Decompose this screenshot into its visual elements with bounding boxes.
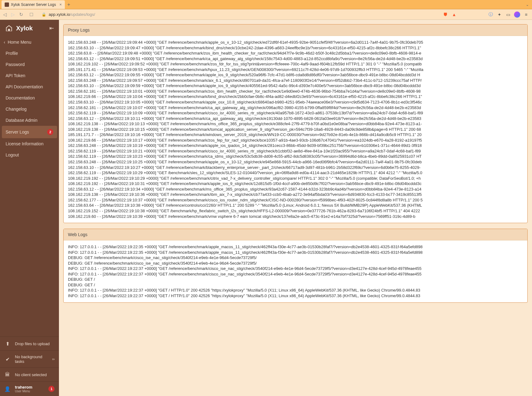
collapse-sidebar-icon[interactable]: ⇤ — [49, 25, 54, 32]
log-line: 162.158.63.8 - - [26/Mar/2022:19:09:48 +… — [68, 51, 523, 56]
logo-icon — [5, 24, 13, 32]
close-icon[interactable]: × — [59, 2, 62, 7]
sidebar-item-label: Logout — [6, 152, 19, 157]
sidebar-item-home[interactable]: ‹ Home Menu — [0, 37, 59, 48]
sidebar-item-label: Home Menu — [8, 40, 31, 45]
sidebar-item-label: API Documentation — [6, 84, 43, 89]
bookmark-icon[interactable]: ☐ — [29, 12, 34, 17]
client-selected-item[interactable]: 🏛 No client selected — [0, 367, 59, 381]
background-tasks-item[interactable]: ✔ No background tasks ›› — [0, 350, 59, 367]
log-line: 185.191.171.41 - - [26/Mar/2022:19:09:53… — [68, 67, 523, 73]
log-line: 162.158.62.119 - - [26/Mar/2022:19:10:23… — [68, 154, 523, 159]
browser-tab[interactable]: Xylok Scanner Server Logs × — [2, 0, 65, 9]
log-line: 162.158.63.12 - - [26/Mar/2022:19:10:34 … — [68, 187, 523, 192]
web-logs-panel: Web Logs INFO: 127.0.0.1 - - [26/Mar/202… — [63, 229, 528, 302]
tab-dropdown-icon[interactable]: ⌄ — [526, 2, 529, 7]
sidebar-item-documentation[interactable]: Documentation — [0, 92, 59, 103]
sidebar-header: Xylok ⇤ — [0, 20, 59, 37]
log-line: DEBUG: GET /reference/benchmark/cisco_is… — [68, 255, 523, 261]
log-line: 162.158.63.10 - - [26/Mar/2022:19:10:27 … — [68, 165, 523, 170]
avatar-icon[interactable] — [514, 11, 520, 18]
proxy-logs-body[interactable]: 162.158.63.248 - - [26/Mar/2022:19:09:44… — [64, 36, 527, 223]
check-circle-icon: ✔ — [4, 356, 11, 362]
log-line: 108.162.219.60 - - [26/Mar/2022:19:10:39… — [68, 214, 523, 219]
log-line: 108.162.219.152 - - [26/Mar/2022:19:10:3… — [68, 208, 523, 214]
sidebar-item-changelog[interactable]: Changelog — [0, 103, 59, 115]
log-line: INFO: 127.0.0.1 - - [26/Mar/2022:19:22:3… — [68, 293, 523, 299]
log-line: 162.158.62.177 - - [26/Mar/2022:19:10:37… — [68, 197, 523, 203]
sidebar-item-label: Documentation — [6, 95, 35, 100]
sidebar-item-label: Profile — [6, 51, 18, 56]
log-line: 162.158.63.248 - - [26/Mar/2022:19:09:44… — [68, 40, 523, 45]
log-line: 162.158.62.119 - - [26/Mar/2022:19:10:21… — [68, 148, 523, 154]
proxy-logs-header: Proxy Logs — [64, 24, 527, 36]
reader-icon[interactable]: ▭ — [505, 12, 511, 17]
shield-icon[interactable]: ⛊ — [443, 12, 448, 17]
sidebar: Xylok ⇤ ‹ Home Menu ProfilePasswordAPI T… — [0, 20, 59, 396]
reload-button[interactable]: ↻ — [19, 12, 23, 17]
sidebar-item-license-information[interactable]: License Information — [0, 138, 59, 149]
sidebar-item-label: Changelog — [6, 107, 27, 112]
log-line: DEBUG: GET / — [68, 282, 523, 288]
log-line: 162.158.62.181 - - [26/Mar/2022:19:10:07… — [68, 105, 523, 111]
log-line: 108.162.219.66 - - [26/Mar/2022:19:10:04… — [68, 94, 523, 99]
url-bar-row: ◁ ▷ ↻ ☐ 🔒 app.xylok.io/updates/logs/ ⛊ ▲… — [0, 9, 532, 20]
log-line: 162.158.63.64 - - [26/Mar/2022:19:10:38 … — [68, 203, 523, 208]
sidebar-item-api-documentation[interactable]: API Documentation — [0, 81, 59, 92]
log-line: 108.162.219.192 - - [26/Mar/2022:19:10:3… — [68, 181, 523, 187]
extensions-icon[interactable]: ✦ — [497, 12, 502, 17]
tab-title: Xylok Scanner Server Logs — [11, 2, 56, 7]
drop-files-area[interactable]: ⬆ Drop files to upload — [0, 337, 59, 350]
web-logs-header: Web Logs — [64, 229, 527, 240]
log-line: 185.191.171.7 - - [26/Mar/2022:19:10:16 … — [68, 132, 523, 138]
chevron-left-icon: ‹ — [4, 40, 5, 45]
log-line: 162.158.63.10 - - [26/Mar/2022:19:10:05 … — [68, 99, 523, 105]
log-line: INFO: 127.0.0.1 - - [26/Mar/2022:19:22:3… — [68, 288, 523, 293]
brand-name: Xylok — [16, 25, 33, 32]
forward-button[interactable]: ▷ — [11, 12, 15, 17]
sidebar-item-password[interactable]: Password — [0, 59, 59, 70]
web-logs-body[interactable]: INFO: 127.0.0.1 - - [26/Mar/2022:19:22:3… — [64, 240, 527, 302]
log-line: 162.158.63.12 - - [26/Mar/2022:19:10:11 … — [68, 116, 523, 121]
bg-tasks-label: No background tasks — [15, 354, 48, 364]
user-badge: 1 — [48, 386, 55, 392]
sidebar-bottom: ⬆ Drop files to upload ✔ No background t… — [0, 337, 59, 396]
log-line: INFO: 127.0.0.1 - - [26/Mar/2022:19:22:3… — [68, 244, 523, 250]
log-line: 162.158.62.181 - - [26/Mar/2022:19:10:01… — [68, 89, 523, 94]
user-sub: User Menu — [15, 389, 44, 393]
client-label: No client selected — [15, 372, 47, 377]
brave-icon[interactable]: ▲ — [451, 12, 457, 17]
lock-icon[interactable]: 🔒 — [42, 12, 46, 17]
log-line: 162.158.63.248 - - [26/Mar/2022:19:09:57… — [68, 78, 523, 83]
sidebar-item-label: Database Admin — [6, 118, 38, 123]
log-line: 108.162.219.138 - - [26/Mar/2022:19:10:1… — [68, 121, 523, 127]
menu-icon[interactable]: ≡ — [523, 12, 529, 17]
sidebar-item-label: Password — [6, 62, 25, 67]
sidebar-item-server-logs[interactable]: Server Logs2 — [2, 126, 57, 138]
log-line: INFO: 127.0.0.1 - - [26/Mar/2022:19:22:3… — [68, 266, 523, 271]
sidebar-item-profile[interactable]: Profile — [0, 48, 59, 59]
upload-icon: ⬆ — [4, 341, 11, 347]
log-line: 108.162.219.138 - - [26/Mar/2022:19:10:3… — [68, 192, 523, 197]
user-icon: 👤 — [4, 386, 11, 392]
browser-tab-bar: Xylok Scanner Server Logs × + ⌄ — [0, 0, 532, 9]
log-line: DEBUG: GET /reference/benchmark/cisco_is… — [68, 261, 523, 266]
log-line: DEBUG: GET / — [68, 277, 523, 282]
sidebar-item-logout[interactable]: Logout — [0, 149, 59, 161]
proxy-logs-panel: Proxy Logs 162.158.63.248 - - [26/Mar/20… — [63, 24, 528, 223]
url-bar[interactable]: ☐ 🔒 app.xylok.io/updates/logs/ — [28, 12, 438, 17]
drop-files-label: Drop files to upload — [15, 341, 50, 346]
user-menu[interactable]: 👤 traherom User Menu 1 — [0, 381, 59, 396]
log-line: 108.162.219.102 - - [26/Mar/2022:19:09:5… — [68, 61, 523, 67]
info-icon[interactable]: ⓘ — [488, 12, 494, 17]
new-tab-button[interactable]: + — [67, 2, 70, 7]
sidebar-item-api-token[interactable]: API Token — [0, 70, 59, 81]
sidebar-item-database-admin[interactable]: Database Admin — [0, 115, 59, 126]
log-line: 108.162.219.192 - - [26/Mar/2022:19:10:2… — [68, 176, 523, 181]
sidebar-item-label: Server Logs — [6, 130, 29, 134]
log-line: 162.158.62.119 - - [26/Mar/2022:19:10:29… — [68, 170, 523, 176]
back-button[interactable]: ◁ — [3, 12, 7, 17]
log-line: 108.162.219.138 - - [26/Mar/2022:19:10:1… — [68, 127, 523, 132]
log-line: 162.158.63.10 - - [26/Mar/2022:19:09:59 … — [68, 83, 523, 89]
content-area: Proxy Logs 162.158.63.248 - - [26/Mar/20… — [59, 20, 532, 396]
